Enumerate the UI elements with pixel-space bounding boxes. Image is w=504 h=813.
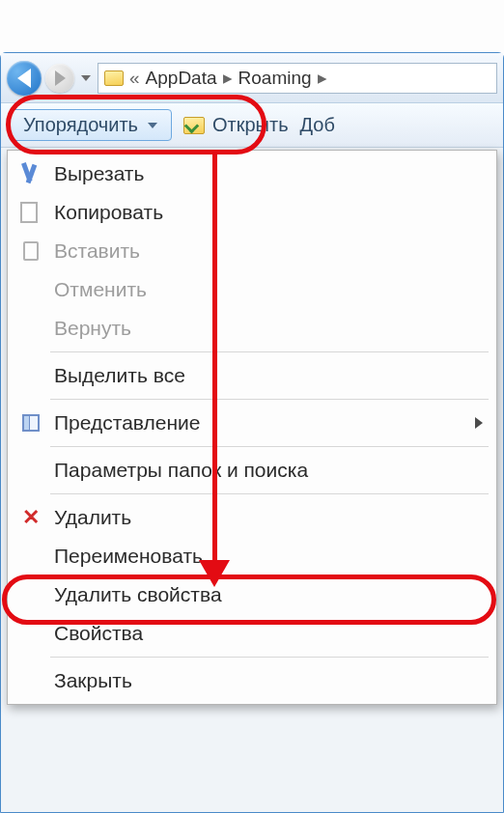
path-segment[interactable]: AppData — [146, 68, 217, 89]
nav-bar: « AppData ▸ Roaming ▸ — [1, 53, 503, 103]
menu-label: Вырезать — [54, 162, 144, 185]
add-label-truncated[interactable]: Доб — [300, 114, 335, 136]
layout-icon — [19, 411, 42, 435]
menu-label: Представление — [54, 411, 200, 435]
menu-separator — [50, 351, 489, 352]
path-segment[interactable]: Roaming — [238, 68, 312, 89]
menu-label: Выделить все — [54, 364, 185, 387]
blank-icon — [19, 459, 42, 482]
clipboard-icon — [19, 239, 42, 263]
menu-item-select-all[interactable]: Выделить все — [8, 356, 496, 395]
chevron-right-icon: ▸ — [318, 67, 327, 89]
copy-icon — [19, 201, 42, 224]
menu-label: Отменить — [54, 278, 147, 301]
toolbar: Упорядочить Открыть Доб — [1, 103, 503, 148]
blank-icon — [19, 545, 42, 568]
menu-item-copy[interactable]: Копировать — [8, 193, 496, 232]
menu-separator — [50, 657, 489, 658]
address-bar[interactable]: « AppData ▸ Roaming ▸ — [98, 63, 497, 94]
menu-item-delete[interactable]: ✕ Удалить — [8, 498, 496, 537]
explorer-window: « AppData ▸ Roaming ▸ Упорядочить Открыт… — [0, 52, 504, 813]
menu-label: Параметры папок и поиска — [54, 459, 308, 482]
menu-item-cut[interactable]: Вырезать — [8, 154, 496, 193]
open-folder-icon — [183, 117, 205, 134]
chevron-left-icon: « — [129, 68, 140, 89]
blank-icon — [19, 317, 42, 340]
submenu-arrow-icon — [475, 417, 483, 429]
menu-label: Удалить — [54, 506, 131, 529]
open-button[interactable]: Открыть — [183, 114, 289, 136]
menu-label: Копировать — [54, 201, 163, 224]
delete-icon: ✕ — [19, 506, 42, 529]
menu-label: Переименовать — [54, 545, 203, 568]
menu-separator — [50, 446, 489, 447]
menu-label: Вставить — [54, 239, 140, 263]
organize-dropdown-menu: Вырезать Копировать Вставить Отменить Ве… — [7, 150, 497, 705]
menu-item-remove-properties[interactable]: Удалить свойства — [8, 575, 496, 614]
menu-item-layout[interactable]: Представление — [8, 404, 496, 442]
menu-label: Вернуть — [54, 317, 131, 340]
background-text — [0, 0, 504, 58]
forward-button[interactable] — [45, 64, 74, 93]
organize-button[interactable]: Упорядочить — [9, 109, 172, 141]
menu-label: Закрыть — [54, 669, 132, 692]
menu-item-properties[interactable]: Свойства — [8, 614, 496, 653]
blank-icon — [19, 583, 42, 606]
menu-label: Свойства — [54, 622, 143, 645]
menu-item-undo[interactable]: Отменить — [8, 270, 496, 309]
menu-item-close[interactable]: Закрыть — [8, 661, 496, 700]
folder-icon — [104, 70, 124, 86]
blank-icon — [19, 622, 42, 645]
blank-icon — [19, 364, 42, 387]
menu-separator — [50, 493, 489, 494]
scissors-icon — [19, 162, 42, 185]
back-button[interactable] — [7, 61, 42, 96]
menu-item-redo[interactable]: Вернуть — [8, 309, 496, 348]
chevron-right-icon: ▸ — [223, 67, 233, 89]
nav-history-dropdown[interactable] — [78, 64, 94, 93]
menu-item-paste[interactable]: Вставить — [8, 232, 496, 270]
open-label: Открыть — [212, 114, 289, 136]
blank-icon — [19, 669, 42, 692]
menu-item-folder-options[interactable]: Параметры папок и поиска — [8, 451, 496, 490]
blank-icon — [19, 278, 42, 301]
menu-separator — [50, 399, 489, 400]
menu-label: Удалить свойства — [54, 583, 222, 606]
organize-label: Упорядочить — [23, 114, 138, 136]
menu-item-rename[interactable]: Переименовать — [8, 537, 496, 575]
